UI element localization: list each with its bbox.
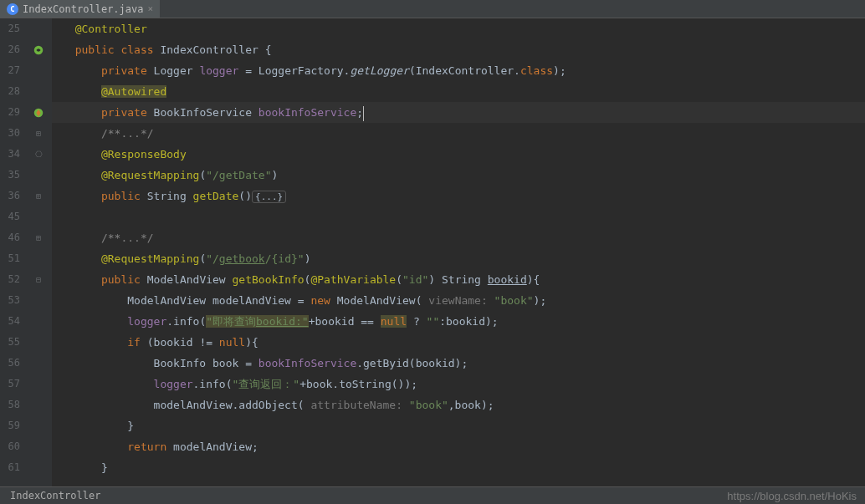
gutter: 25 26 27 28 29 30 34 35 36 45 46 51 52 5…: [0, 18, 52, 486]
code-area[interactable]: @Controller public class IndexController…: [52, 18, 865, 486]
string: /{id}": [265, 252, 305, 265]
text: (bookid !=: [147, 336, 219, 349]
type: BookInfoService: [154, 106, 258, 119]
spring-bean-icon[interactable]: [25, 39, 52, 60]
text: ){: [245, 336, 258, 349]
keyword: private: [101, 106, 154, 119]
paren: (: [396, 273, 402, 286]
paren: ): [271, 169, 278, 181]
text: ModelAndView(: [337, 294, 422, 307]
comment-fold[interactable]: /**...*/: [101, 232, 154, 244]
keyword: null: [381, 315, 407, 328]
text: ?: [407, 315, 426, 328]
class-name: IndexController: [160, 43, 264, 56]
keyword: private: [101, 64, 154, 77]
line-numbers: 25 26 27 28 29 30 34 35 36 45 46 51 52 5…: [0, 18, 25, 486]
keyword: public: [101, 190, 147, 202]
text: .getByid(bookid);: [356, 357, 468, 369]
field: bookInfoService: [258, 106, 356, 119]
text: +bookid ==: [309, 315, 381, 328]
param-hint: viewName:: [422, 294, 494, 307]
tab-filename: IndexController.java: [23, 3, 144, 15]
text: .info(: [193, 378, 233, 390]
line-number: 30: [0, 123, 20, 144]
close-icon[interactable]: ×: [148, 3, 154, 14]
string: "book": [409, 399, 448, 411]
text: ) String: [428, 273, 487, 286]
text: ){: [527, 273, 540, 286]
keyword: null: [219, 336, 245, 349]
field: logger: [154, 378, 193, 390]
text: modelAndView.addObject(: [154, 399, 305, 411]
annotation: @RequestMapping: [101, 252, 199, 265]
method: getLogger: [350, 64, 408, 77]
fold-expand-icon[interactable]: ⊞: [36, 191, 41, 201]
text: ;: [356, 106, 363, 119]
line-number: 58: [0, 395, 20, 415]
text-cursor: [363, 106, 364, 121]
type: Logger: [154, 64, 200, 77]
field: logger: [127, 315, 166, 328]
line-number: 59: [0, 415, 20, 436]
annotation: @Controller: [75, 23, 147, 35]
text: modelAndView;: [173, 440, 258, 453]
string: "book": [494, 294, 534, 307]
line-number: 55: [0, 332, 20, 353]
type: String: [147, 190, 193, 202]
text: );: [534, 294, 547, 307]
fold-collapse-icon[interactable]: ⊟: [36, 275, 41, 284]
string: "id": [402, 273, 428, 286]
annotation: @ResponseBody: [101, 148, 187, 160]
line-number: 56: [0, 353, 20, 374]
code-fold[interactable]: {...}: [252, 191, 286, 203]
string: "/getDate": [206, 169, 271, 181]
string: "": [427, 315, 440, 328]
text: = LoggerFactory.: [238, 64, 350, 77]
annotation: @RequestMapping: [101, 169, 199, 181]
string: getbook: [219, 252, 265, 265]
param: bookid: [488, 273, 527, 286]
line-number: 27: [0, 60, 20, 81]
watermark: https://blog.csdn.net/HoKis: [727, 490, 857, 502]
line-number: 36: [0, 186, 20, 206]
text: .info(: [166, 315, 206, 328]
string: "/: [206, 252, 219, 265]
keyword: public: [101, 273, 147, 286]
brace: }: [101, 461, 108, 474]
method: getDate: [193, 190, 239, 202]
comment-fold[interactable]: /**...*/: [101, 127, 154, 140]
line-number: 61: [0, 457, 20, 478]
field: logger: [199, 64, 238, 77]
text: ,book);: [448, 399, 494, 411]
editor: 25 26 27 28 29 30 34 35 36 45 46 51 52 5…: [0, 18, 865, 486]
line-number: 28: [0, 81, 20, 102]
line-number: 29: [0, 102, 20, 123]
fold-icon[interactable]: ⎔: [35, 150, 43, 159]
paren: (): [238, 190, 252, 202]
text: +book.toString());: [299, 378, 417, 390]
method: getBookInfo: [233, 273, 305, 286]
autowired-icon[interactable]: [25, 102, 52, 123]
gutter-icons: ⊞ ⎔ ⊞ ⊞ ⊟: [25, 18, 52, 486]
line-number: 46: [0, 227, 20, 248]
line-number: 35: [0, 165, 20, 186]
line-number: 60: [0, 436, 20, 457]
line-number: 34: [0, 144, 20, 165]
annotation: @PathVariable: [310, 273, 396, 286]
fold-expand-icon[interactable]: ⊞: [36, 233, 41, 242]
string: bookid:": [256, 315, 309, 328]
line-number: 26: [0, 39, 20, 60]
text: BookInfo book =: [154, 357, 258, 369]
annotation: @Autowired: [101, 85, 166, 98]
param-hint: attributeName:: [305, 399, 409, 411]
field: bookInfoService: [258, 357, 356, 369]
type: ModelAndView: [147, 273, 233, 286]
fold-expand-icon[interactable]: ⊞: [36, 129, 41, 138]
file-tab[interactable]: C IndexController.java ×: [0, 0, 160, 18]
breadcrumb-item[interactable]: IndexController: [10, 490, 100, 501]
java-class-icon: C: [7, 3, 18, 15]
brace: {: [265, 43, 272, 56]
text: ModelAndView modelAndView =: [127, 294, 310, 307]
keyword: public class: [75, 43, 161, 56]
keyword: if: [127, 336, 146, 349]
